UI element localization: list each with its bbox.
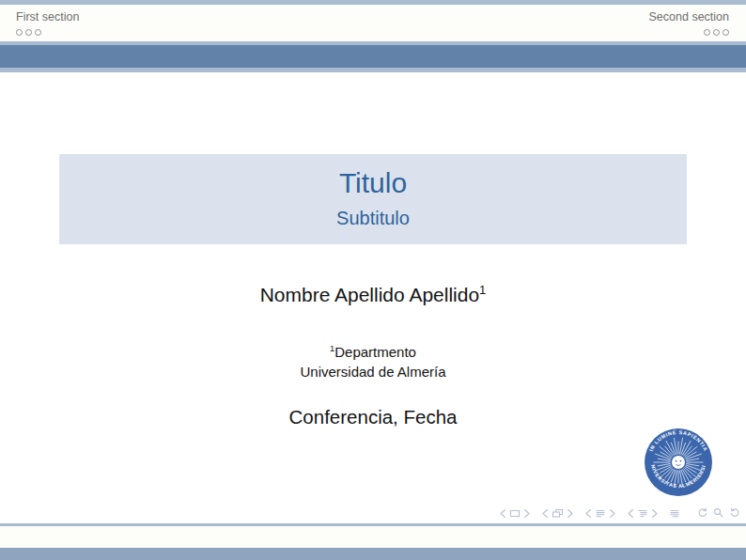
header-title-bar [0,45,746,68]
frame-dot[interactable] [713,29,720,36]
footer-band: Titulo corredero Universidad de Almería [0,526,746,548]
university-seal-logo: IN LUMINE SAPIENTIA VNIVERSITAS ALMERIEN… [641,425,716,500]
section-nav-first[interactable]: First section [16,10,79,36]
slide-title: Titulo [59,154,687,199]
go-back-icon[interactable] [697,507,708,519]
slide-subtitle: Subtitulo [59,208,687,229]
author-name: Nombre Apellido Apellido [260,284,479,305]
subsection-forward-icon[interactable] [650,508,659,519]
frame-dot[interactable] [704,29,710,36]
tools-nav-group[interactable] [697,507,740,519]
slide-forward-icon[interactable] [522,508,531,519]
seal-sun-face [672,456,685,469]
author-line: Nombre Apellido Apellido1 [0,283,746,306]
section-label-first[interactable]: First section [16,10,79,24]
frame-nav-group[interactable] [541,508,574,519]
institute-department-line: 1Departmento [0,339,746,362]
slide-nav-group[interactable] [499,508,531,519]
section-back-icon[interactable] [584,508,593,519]
title-block: Titulo Subtitulo [59,154,687,244]
frame-dot[interactable] [35,29,41,36]
beamer-slide: First section Second section Titulo Subt… [0,0,746,560]
search-icon[interactable] [713,507,724,519]
presentation-nav-group[interactable] [669,508,680,519]
frame-dot[interactable] [25,29,32,36]
conference-date: Conferencia, Fecha [0,406,746,428]
header-bottom-strip [0,68,746,72]
slide-icon[interactable] [509,508,521,519]
frame-dots-second[interactable] [649,29,729,36]
frame-dots-first[interactable] [16,29,79,36]
go-forward-icon[interactable] [729,507,740,519]
institute-block: 1Departmento Universidad de Almería [0,339,746,381]
subsection-nav-group[interactable] [627,508,659,519]
frame-dot[interactable] [723,29,729,36]
frame-dot[interactable] [16,29,23,36]
navigation-symbols [489,507,740,519]
frame-forward-icon[interactable] [566,508,574,519]
frame-icon[interactable] [552,508,564,519]
subsection-back-icon[interactable] [627,508,635,519]
presentation-icon[interactable] [669,508,680,519]
institute-university: Universidad de Almería [0,362,746,381]
section-nav-second[interactable]: Second section [649,10,729,36]
section-forward-icon[interactable] [608,508,616,519]
section-icon[interactable] [595,508,606,519]
subsection-icon[interactable] [637,508,648,519]
footer-bottom-bar [0,548,746,560]
institute-department: Departmento [334,344,416,360]
header-navigation: First section Second section [0,5,746,41]
section-label-second[interactable]: Second section [649,10,729,24]
author-footnote-mark: 1 [479,283,486,297]
slide-back-icon[interactable] [499,508,507,519]
frame-back-icon[interactable] [541,508,550,519]
section-nav-group[interactable] [584,508,616,519]
